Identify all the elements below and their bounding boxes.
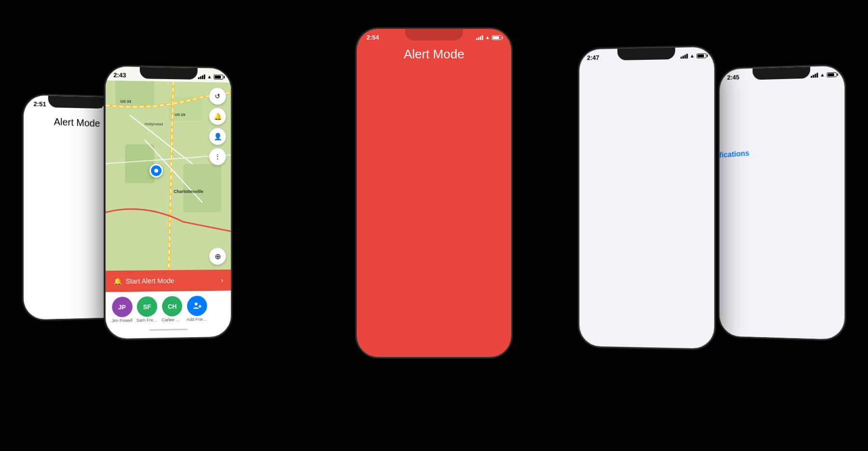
phone5-notch [753,67,811,80]
phone2-add-friend[interactable]: Add Friend [187,296,208,322]
svg-text:US 29: US 29 [175,112,186,117]
phone2-battery-icon [214,74,223,79]
phone5-signal-icon [811,72,818,78]
phone5-time: 2:45 [727,74,739,82]
phone2-friend-sf-avatar: SF [137,296,157,317]
phone2-friend-jp[interactable]: JP Jim Powell [111,297,133,323]
phones-container: 2:51 ▲ Alert Mode 04:32 [0,0,868,451]
phone2-my-location-button[interactable]: ⊕ [209,247,226,265]
phone4-status-icons: ▲ [680,53,706,59]
phone2-screen: US 33 US 29 Charlottesville Hollymead ↺ … [106,67,231,339]
phone3-title: Alert Mode [357,43,511,357]
phone4: 2:47 ▲ ‹ Alert Setup Alert Details What … [579,47,714,349]
phone2-map-bg: US 33 US 29 Charlottesville Hollymead ↺ … [106,67,231,271]
phone4-time: 2:47 [587,54,599,61]
phone2-more-button[interactable]: ⋮ [209,148,226,165]
phone5-screen: 2:45 ▲ ‹ Notifications in Alert [719,66,844,340]
svg-rect-3 [125,144,154,183]
svg-point-9 [195,302,198,305]
phone2-friends-bar: JP Jim Powell SF Sam Freem... CH Carlee … [106,290,231,328]
phone2-map-controls: ↺ 🔔 👤 ⋮ [209,87,226,165]
phone3-screen: 2:54 ▲ Alert Mode The alert has expired.… [357,29,511,357]
phone5-nav-title: Notifications [719,144,813,340]
phone2-time: 2:43 [113,71,126,79]
phone2-map-area: US 33 US 29 Charlottesville Hollymead ↺ … [106,67,231,271]
phone2-friend-jp-name: Jim Powell [111,318,133,323]
phone5-wifi-icon: ▲ [820,72,825,77]
phone4-signal-icon [680,54,688,58]
phone2-home-indicator [149,328,188,330]
phone4-notch [617,48,675,60]
phone1-time: 2:51 [33,100,46,108]
phone3-time: 2:54 [366,34,379,41]
phone2-friend-ch-name: Carlee Han... [162,317,183,323]
phone5: 2:45 ▲ ‹ Notifications in Alert [719,66,844,340]
phone3-notch [405,29,463,41]
svg-text:US 33: US 33 [120,99,131,104]
phone2: US 33 US 29 Charlottesville Hollymead ↺ … [106,67,231,339]
phone5-status-icons: ▲ [811,72,837,78]
phone4-battery-icon [697,53,706,58]
phone2-add-friend-label: Add Friend [187,317,208,322]
phone4-wifi-icon: ▲ [690,53,695,58]
phone4-screen: 2:47 ▲ ‹ Alert Setup Alert Details What … [579,47,714,349]
phone2-location-pin [149,164,163,178]
phone2-friend-sf[interactable]: SF Sam Freem... [136,296,158,323]
phone3-signal-icon [476,35,483,40]
phone5-nav-bar: ‹ Notifications [719,147,820,340]
phone3-wifi-icon: ▲ [485,35,490,40]
phone2-friend-ch[interactable]: CH Carlee Han... [162,296,183,323]
phone2-bell-button[interactable]: 🔔 [209,108,226,125]
phone2-wifi-icon: ▲ [207,74,212,79]
phone2-alert-bell-icon: 🔔 [113,277,122,285]
phone2-add-friend-icon [187,296,207,316]
phone1-notch [48,96,106,109]
phone2-refresh-button[interactable]: ↺ [209,87,226,105]
phone2-notch [140,67,198,80]
phone2-alert-arrow-icon: › [221,276,223,284]
phone5-battery-icon [827,72,837,77]
phone2-start-alert-bar[interactable]: 🔔 Start Alert Mode › [106,270,231,292]
svg-text:Hollymead: Hollymead [145,122,163,126]
phone2-start-alert-label: Start Alert Mode [126,277,175,285]
svg-text:Charlottesville: Charlottesville [174,189,203,194]
phone2-friend-sf-name: Sam Freem... [136,317,158,323]
phone3-status-icons: ▲ [476,35,502,40]
phone2-status-icons: ▲ [198,74,223,80]
phone2-friend-jp-avatar: JP [112,297,132,317]
phone2-profile-button[interactable]: 👤 [209,128,226,145]
phone3: 2:54 ▲ Alert Mode The alert has expired.… [357,29,511,357]
phone2-friend-ch-avatar: CH [162,296,182,317]
phone2-add-person-icon [192,301,202,311]
phone3-battery-icon [492,35,502,40]
phone2-signal-icon [198,74,205,79]
